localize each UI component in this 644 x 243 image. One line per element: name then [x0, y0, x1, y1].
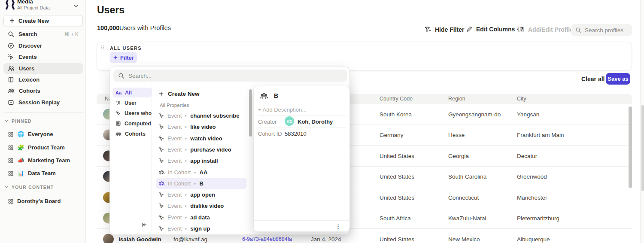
- column-header-city[interactable]: City: [517, 96, 526, 102]
- event-cursor-icon: [158, 225, 164, 231]
- cohorts-icon: [115, 131, 122, 137]
- profiles-search[interactable]: [571, 24, 632, 36]
- dropdown-scrollbar[interactable]: [249, 89, 252, 137]
- profile-count-caption: Users with Profiles: [119, 24, 171, 31]
- sidebar: Media All Project Data Create New Search…: [0, 0, 86, 243]
- category-tab-user[interactable]: User: [112, 98, 152, 108]
- sidebar-board-marketing-team[interactable]: 📣 Marketing Team: [3, 155, 83, 166]
- book-icon: [8, 76, 14, 83]
- pencil-icon: [466, 26, 473, 33]
- edit-columns-button[interactable]: Edit Columns · 7: [466, 26, 523, 33]
- sidebar-board-data-team[interactable]: 📊 Data Team: [3, 168, 83, 179]
- column-header-country-code[interactable]: Country Code: [380, 96, 413, 102]
- project-switcher[interactable]: Media All Project Data: [17, 0, 50, 10]
- category-tab-cohorts[interactable]: Cohorts: [112, 129, 152, 139]
- cohort-detail-popover: B + Add Description... Creator KD Koh, D…: [253, 86, 350, 232]
- sidebar-divider: [3, 112, 83, 113]
- save-as-button[interactable]: Save as: [606, 73, 630, 85]
- menu-item-cohort-aa[interactable]: In Cohort▸AA: [156, 167, 246, 178]
- menu-item-event-app-install[interactable]: Event▸app install: [156, 155, 246, 166]
- avatar: [103, 234, 114, 243]
- event-cursor-icon: [158, 214, 164, 220]
- board-grid-icon: [8, 170, 14, 176]
- sidebar-item-cohorts[interactable]: Cohorts: [3, 85, 83, 96]
- search-icon: [118, 73, 125, 79]
- table-scrollbar[interactable]: [629, 106, 632, 188]
- event-cursor-icon: [158, 191, 164, 197]
- chevron-down-icon: [4, 119, 9, 123]
- create-new-button[interactable]: Create New: [3, 15, 83, 26]
- cohort-id-value: 5832010: [285, 131, 307, 137]
- chevron-down-icon[interactable]: [73, 3, 79, 9]
- menu-item-event-ad-data[interactable]: Event▸ad data: [156, 212, 246, 223]
- drag-handle-icon[interactable]: ⠿: [100, 45, 105, 51]
- compass-icon: [8, 43, 14, 49]
- board-grid-icon: [8, 131, 14, 137]
- category-tab-users-who-did[interactable]: Users who di...: [112, 108, 152, 118]
- project-subtitle: All Project Data: [17, 5, 50, 10]
- profiles-search-input[interactable]: [585, 27, 628, 33]
- collapse-panel-icon[interactable]: [141, 222, 147, 228]
- sidebar-board-everyone[interactable]: 🌐 Everyone: [3, 129, 83, 140]
- menu-item-event-sign-up[interactable]: Event▸sign up: [156, 223, 246, 234]
- page-scrollbar[interactable]: [640, 0, 644, 243]
- sidebar-item-events[interactable]: Events: [3, 52, 83, 62]
- globe-emoji-icon: 🌐: [17, 131, 24, 137]
- sidebar-board-product-team[interactable]: 🧩 Product Team: [3, 142, 83, 153]
- replay-icon: [8, 99, 14, 106]
- users-icon: [8, 65, 15, 72]
- search-icon: [8, 31, 14, 37]
- dropdown-create-new[interactable]: Create New: [155, 88, 247, 99]
- group-label: All Properties: [160, 103, 189, 108]
- project-name: Media: [17, 0, 50, 5]
- profile-count: 100,000: [97, 24, 119, 31]
- column-header-region[interactable]: Region: [448, 96, 465, 102]
- app-logo-icon: [4, 0, 16, 10]
- hide-filter-button[interactable]: Hide Filter: [424, 26, 464, 33]
- category-tab-all[interactable]: Aa All: [112, 88, 152, 97]
- your-content-section-header[interactable]: YOUR CONTENT: [4, 185, 54, 190]
- sidebar-item-users[interactable]: Users: [3, 63, 83, 74]
- menu-item-event-app-open[interactable]: Event▸app open: [156, 189, 246, 200]
- category-tab-computed[interactable]: Computed: [112, 118, 152, 128]
- pinned-section-header[interactable]: PINNED: [4, 118, 32, 124]
- search-icon: [575, 27, 581, 33]
- menu-item-event-purchase-video[interactable]: Event▸purchase video: [156, 144, 246, 155]
- creator-label: Creator: [258, 118, 276, 125]
- divider: [254, 220, 350, 221]
- cohorts-icon: [158, 169, 165, 175]
- menu-item-event-watch-video[interactable]: Event▸watch video: [156, 133, 246, 144]
- add-edit-profile-button[interactable]: Add/Edit Profile: [517, 26, 573, 33]
- clear-all-button[interactable]: Clear all: [581, 76, 605, 82]
- user-icon: [115, 100, 121, 106]
- sidebar-board-dorothys-board[interactable]: Dorothy's Board: [3, 196, 83, 207]
- more-options-icon[interactable]: ⋮: [335, 224, 341, 229]
- add-filter-button[interactable]: Filter: [110, 52, 137, 63]
- megaphone-emoji-icon: 📣: [17, 157, 24, 164]
- event-cursor-icon: [158, 124, 164, 130]
- dropdown-divider: [152, 85, 152, 232]
- sidebar-item-search[interactable]: Search ⌘ + K: [3, 29, 83, 39]
- dropdown-search-input[interactable]: [128, 73, 334, 79]
- event-cursor-icon: [158, 112, 164, 118]
- text-aa-icon: Aa: [115, 90, 122, 95]
- search-shortcut: ⌘ + K: [64, 31, 79, 37]
- sidebar-item-session-replay[interactable]: Session Replay: [3, 97, 83, 108]
- board-grid-icon: [8, 198, 14, 204]
- sidebar-item-discover[interactable]: Discover: [3, 40, 83, 51]
- page-title: Users: [97, 4, 125, 16]
- board-grid-icon: [8, 145, 14, 151]
- add-description-link[interactable]: + Add Description...: [258, 106, 307, 113]
- divider: [258, 128, 346, 128]
- menu-item-event-channel-subscribe[interactable]: Event▸channel subscribe: [156, 110, 246, 121]
- menu-item-event-dislike-video[interactable]: Event▸dislike video: [156, 200, 246, 211]
- dropdown-search[interactable]: [113, 70, 347, 82]
- divider: [258, 115, 346, 116]
- menu-item-cohort-b[interactable]: In Cohort▸B: [156, 178, 246, 189]
- sidebar-item-lexicon[interactable]: Lexicon: [3, 74, 83, 85]
- event-cursor-icon: [158, 203, 164, 209]
- board-grid-icon: [8, 158, 14, 164]
- cohorts-icon: [158, 180, 165, 186]
- creator-name: Koh, Dorothy: [298, 118, 333, 125]
- menu-item-event-like-video[interactable]: Event▸like video: [156, 121, 246, 132]
